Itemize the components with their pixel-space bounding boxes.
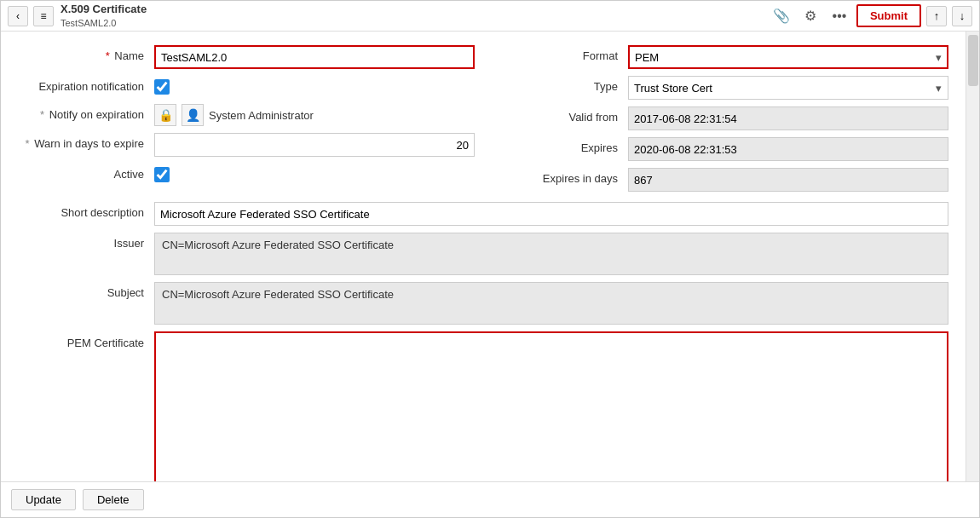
expires-label: Expires (492, 137, 628, 154)
issuer-value: CN=Microsoft Azure Federated SSO Certifi… (154, 233, 948, 275)
expiration-control (154, 76, 475, 97)
pem-row: PEM Certificate (18, 331, 948, 481)
user-icon-btn[interactable]: 👤 (182, 104, 204, 126)
header-subtitle: TestSAML2.0 (61, 17, 147, 29)
pem-textarea[interactable] (154, 331, 948, 481)
notify-label: * Notify on expiration (18, 104, 154, 121)
warn-control (154, 133, 475, 157)
valid-from-label: Valid from (492, 106, 628, 124)
name-required-star: * (106, 49, 110, 62)
name-input[interactable] (154, 45, 475, 69)
two-col-layout: * Name Expiration notification (18, 45, 948, 199)
submit-button[interactable]: Submit (856, 4, 921, 27)
warn-input[interactable] (154, 133, 475, 157)
warn-row: * Warn in days to expire (18, 133, 475, 157)
more-icon-btn[interactable]: ••• (827, 4, 851, 28)
issuer-label: Issuer (18, 233, 154, 250)
back-button[interactable]: ‹ (8, 6, 28, 26)
subject-control: CN=Microsoft Azure Federated SSO Certifi… (154, 282, 948, 325)
active-label: Active (18, 164, 154, 181)
menu-button[interactable]: ≡ (33, 6, 54, 26)
type-label: Type (492, 76, 628, 93)
type-select[interactable]: Trust Store Cert Client Certificate CA C… (628, 76, 948, 100)
expires-row: Expires (492, 137, 948, 161)
type-row: Type Trust Store Cert Client Certificate… (492, 76, 948, 100)
expiration-row: Expiration notification (18, 76, 475, 97)
notify-value: System Administrator (209, 109, 314, 122)
name-control (154, 45, 475, 69)
issuer-control: CN=Microsoft Azure Federated SSO Certifi… (154, 233, 948, 275)
notify-control: 🔒 👤 System Administrator (154, 104, 475, 126)
notify-row: * Notify on expiration 🔒 👤 System Admini… (18, 104, 475, 126)
warn-label: * Warn in days to expire (18, 133, 154, 150)
short-desc-control (154, 202, 948, 226)
header-actions: 📎 ⚙ ••• Submit ↑ ↓ (770, 4, 972, 28)
scrollbar[interactable] (966, 32, 979, 481)
subject-label: Subject (18, 282, 154, 299)
short-desc-input[interactable] (154, 202, 948, 226)
active-row: Active (18, 164, 475, 185)
expiration-label: Expiration notification (18, 76, 154, 93)
active-control (154, 164, 475, 185)
expires-in-control (628, 168, 948, 192)
short-desc-label: Short description (18, 202, 154, 219)
header-nav: ‹ ≡ (8, 6, 54, 26)
expires-control (628, 137, 948, 161)
pem-label: PEM Certificate (18, 331, 154, 349)
header-bar: ‹ ≡ X.509 Certificate TestSAML2.0 📎 ⚙ ••… (1, 1, 979, 32)
name-label: * Name (18, 45, 154, 62)
scrollbar-thumb (968, 35, 978, 86)
expiration-checkbox[interactable] (154, 79, 170, 95)
up-button[interactable]: ↑ (926, 6, 947, 26)
subject-row: Subject CN=Microsoft Azure Federated SSO… (18, 282, 948, 325)
short-desc-row: Short description (18, 202, 948, 226)
form-area: * Name Expiration notification (1, 32, 966, 481)
valid-from-control (628, 106, 948, 130)
active-checkbox[interactable] (154, 167, 170, 182)
expires-in-input (628, 168, 948, 192)
format-row: Format PEM DER PKCS12 (492, 45, 948, 69)
format-control: PEM DER PKCS12 (628, 45, 948, 69)
settings-icon-btn[interactable]: ⚙ (798, 4, 822, 28)
expires-in-label: Expires in days (492, 168, 628, 185)
valid-from-row: Valid from (492, 106, 948, 130)
valid-from-input (628, 106, 948, 130)
pem-control (154, 331, 948, 481)
format-label: Format (492, 45, 628, 62)
notify-optional-star: * (40, 108, 44, 121)
header-title-block: X.509 Certificate TestSAML2.0 (61, 3, 147, 29)
right-column: Format PEM DER PKCS12 (492, 45, 948, 199)
left-column: * Name Expiration notification (18, 45, 492, 199)
subject-value: CN=Microsoft Azure Federated SSO Certifi… (154, 282, 948, 325)
lock-icon-btn[interactable]: 🔒 (154, 104, 176, 126)
issuer-row: Issuer CN=Microsoft Azure Federated SSO … (18, 233, 948, 275)
format-select[interactable]: PEM DER PKCS12 (628, 45, 948, 69)
notify-row-inner: 🔒 👤 System Administrator (154, 104, 475, 126)
expires-input (628, 137, 948, 161)
warn-optional-star: * (25, 137, 29, 150)
expires-in-row: Expires in days (492, 168, 948, 192)
main-content: * Name Expiration notification (1, 32, 979, 481)
delete-button[interactable]: Delete (83, 489, 144, 510)
attachment-icon-btn[interactable]: 📎 (770, 4, 793, 28)
type-control: Trust Store Cert Client Certificate CA C… (628, 76, 948, 100)
name-row: * Name (18, 45, 475, 69)
update-button[interactable]: Update (11, 489, 76, 510)
footer-bar: Update Delete (1, 481, 979, 517)
header-title: X.509 Certificate (61, 3, 147, 17)
down-button[interactable]: ↓ (952, 6, 972, 26)
